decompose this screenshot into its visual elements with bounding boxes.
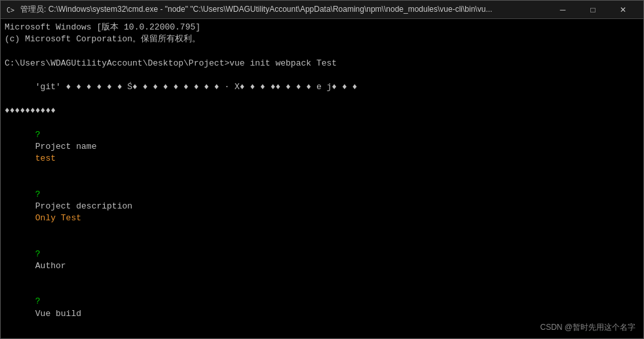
terminal-line-6: ♦♦♦♦♦♦♦♦♦♦ (5, 105, 639, 117)
question-mark-3: ? (35, 249, 46, 259)
project-name-label: Project name (35, 142, 102, 151)
window: C> 管理员: C:\Windows\system32\cmd.exe - "n… (0, 0, 644, 339)
minimize-button[interactable]: ─ (548, 1, 578, 19)
terminal-line-5: 'git' ♦ ♦ ♦ ♦ ♦ ♦ Ś♦ ♦ ♦ ♦ ♦ ♦ ♦ ♦ ♦ · X… (5, 70, 639, 106)
terminal-line-9: ? Author (5, 236, 639, 284)
question-mark-1: ? (35, 130, 46, 140)
terminal-line-4: C:\Users\WDAGUtilityAccount\Desktop\Proj… (5, 58, 639, 70)
title-bar-controls: ─ □ ✕ (548, 1, 638, 19)
terminal-line-8: ? Project description Only Test (5, 176, 639, 236)
close-button[interactable]: ✕ (608, 1, 638, 19)
project-desc-label: Project description (35, 201, 138, 211)
cmd-icon: C> (6, 5, 16, 15)
title-bar-text: 管理员: C:\Windows\system32\cmd.exe - "node… (20, 4, 548, 15)
terminal-body[interactable]: Microsoft Windows [版本 10.0.22000.795] (c… (1, 19, 643, 338)
vue-build-label: Vue build (35, 309, 81, 319)
maximize-button[interactable]: □ (578, 1, 608, 19)
watermark: CSDN @暂时先用这个名字 (540, 322, 635, 333)
project-desc-value: Only Test (35, 213, 81, 223)
project-name-value: test (35, 153, 56, 163)
terminal-line-3 (5, 45, 639, 57)
author-label: Author (35, 261, 66, 271)
terminal-line-7: ? Project name test (5, 117, 639, 177)
svg-text:C>: C> (7, 7, 14, 14)
terminal-line-2: (c) Microsoft Corporation。保留所有权利。 (5, 33, 639, 45)
title-bar: C> 管理员: C:\Windows\system32\cmd.exe - "n… (1, 1, 643, 19)
terminal-line-1: Microsoft Windows [版本 10.0.22000.795] (5, 22, 639, 33)
question-mark-4: ? (35, 296, 46, 306)
git-text: 'git' ♦ ♦ ♦ ♦ ♦ ♦ Ś♦ ♦ ♦ ♦ ♦ ♦ ♦ ♦ ♦ · X… (35, 82, 357, 92)
question-mark-2: ? (35, 189, 46, 199)
